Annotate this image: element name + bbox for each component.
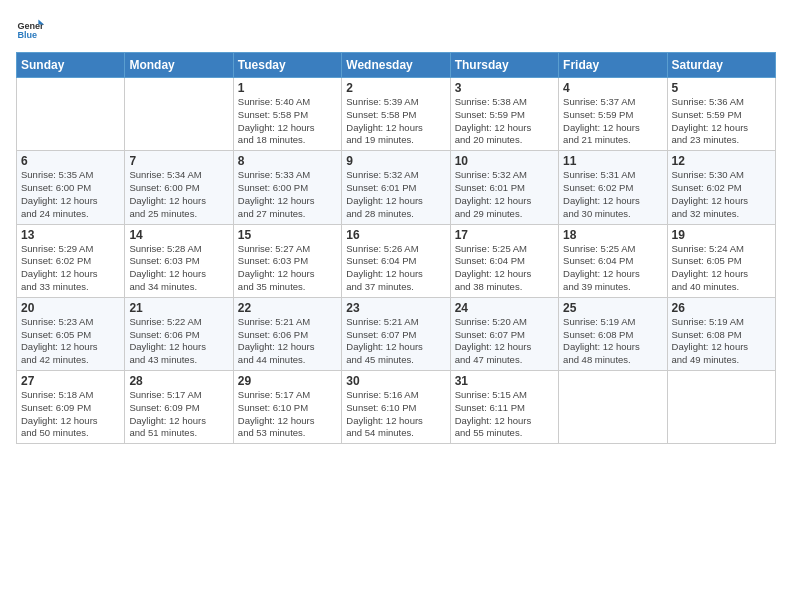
day-number: 11 [563,154,662,168]
day-info: Sunrise: 5:33 AM Sunset: 6:00 PM Dayligh… [238,169,337,220]
day-header-monday: Monday [125,53,233,78]
day-info: Sunrise: 5:23 AM Sunset: 6:05 PM Dayligh… [21,316,120,367]
calendar-cell: 10Sunrise: 5:32 AM Sunset: 6:01 PM Dayli… [450,151,558,224]
week-row-1: 1Sunrise: 5:40 AM Sunset: 5:58 PM Daylig… [17,78,776,151]
day-number: 24 [455,301,554,315]
day-number: 15 [238,228,337,242]
day-info: Sunrise: 5:18 AM Sunset: 6:09 PM Dayligh… [21,389,120,440]
calendar-cell: 19Sunrise: 5:24 AM Sunset: 6:05 PM Dayli… [667,224,775,297]
day-header-thursday: Thursday [450,53,558,78]
svg-text:Blue: Blue [17,30,37,40]
day-number: 27 [21,374,120,388]
day-number: 16 [346,228,445,242]
day-info: Sunrise: 5:21 AM Sunset: 6:07 PM Dayligh… [346,316,445,367]
day-number: 4 [563,81,662,95]
calendar-cell: 13Sunrise: 5:29 AM Sunset: 6:02 PM Dayli… [17,224,125,297]
calendar-cell: 29Sunrise: 5:17 AM Sunset: 6:10 PM Dayli… [233,371,341,444]
day-number: 25 [563,301,662,315]
calendar-cell: 9Sunrise: 5:32 AM Sunset: 6:01 PM Daylig… [342,151,450,224]
calendar-cell: 1Sunrise: 5:40 AM Sunset: 5:58 PM Daylig… [233,78,341,151]
calendar-cell: 31Sunrise: 5:15 AM Sunset: 6:11 PM Dayli… [450,371,558,444]
day-info: Sunrise: 5:20 AM Sunset: 6:07 PM Dayligh… [455,316,554,367]
calendar: SundayMondayTuesdayWednesdayThursdayFrid… [16,52,776,444]
day-info: Sunrise: 5:24 AM Sunset: 6:05 PM Dayligh… [672,243,771,294]
calendar-cell: 7Sunrise: 5:34 AM Sunset: 6:00 PM Daylig… [125,151,233,224]
day-info: Sunrise: 5:19 AM Sunset: 6:08 PM Dayligh… [563,316,662,367]
calendar-cell: 3Sunrise: 5:38 AM Sunset: 5:59 PM Daylig… [450,78,558,151]
day-info: Sunrise: 5:40 AM Sunset: 5:58 PM Dayligh… [238,96,337,147]
day-info: Sunrise: 5:28 AM Sunset: 6:03 PM Dayligh… [129,243,228,294]
day-info: Sunrise: 5:32 AM Sunset: 6:01 PM Dayligh… [346,169,445,220]
day-number: 17 [455,228,554,242]
day-info: Sunrise: 5:19 AM Sunset: 6:08 PM Dayligh… [672,316,771,367]
day-info: Sunrise: 5:36 AM Sunset: 5:59 PM Dayligh… [672,96,771,147]
day-number: 1 [238,81,337,95]
calendar-cell: 25Sunrise: 5:19 AM Sunset: 6:08 PM Dayli… [559,297,667,370]
week-row-4: 20Sunrise: 5:23 AM Sunset: 6:05 PM Dayli… [17,297,776,370]
day-info: Sunrise: 5:25 AM Sunset: 6:04 PM Dayligh… [563,243,662,294]
day-number: 26 [672,301,771,315]
day-number: 8 [238,154,337,168]
calendar-cell: 11Sunrise: 5:31 AM Sunset: 6:02 PM Dayli… [559,151,667,224]
day-info: Sunrise: 5:37 AM Sunset: 5:59 PM Dayligh… [563,96,662,147]
day-info: Sunrise: 5:25 AM Sunset: 6:04 PM Dayligh… [455,243,554,294]
day-number: 13 [21,228,120,242]
day-number: 5 [672,81,771,95]
day-info: Sunrise: 5:38 AM Sunset: 5:59 PM Dayligh… [455,96,554,147]
day-info: Sunrise: 5:35 AM Sunset: 6:00 PM Dayligh… [21,169,120,220]
day-number: 28 [129,374,228,388]
logo-icon: General Blue [16,16,44,44]
day-number: 9 [346,154,445,168]
calendar-cell: 4Sunrise: 5:37 AM Sunset: 5:59 PM Daylig… [559,78,667,151]
day-number: 12 [672,154,771,168]
calendar-cell: 15Sunrise: 5:27 AM Sunset: 6:03 PM Dayli… [233,224,341,297]
calendar-cell [559,371,667,444]
day-info: Sunrise: 5:15 AM Sunset: 6:11 PM Dayligh… [455,389,554,440]
day-number: 10 [455,154,554,168]
day-header-friday: Friday [559,53,667,78]
calendar-cell: 6Sunrise: 5:35 AM Sunset: 6:00 PM Daylig… [17,151,125,224]
calendar-cell: 8Sunrise: 5:33 AM Sunset: 6:00 PM Daylig… [233,151,341,224]
day-info: Sunrise: 5:31 AM Sunset: 6:02 PM Dayligh… [563,169,662,220]
week-row-3: 13Sunrise: 5:29 AM Sunset: 6:02 PM Dayli… [17,224,776,297]
day-number: 29 [238,374,337,388]
day-info: Sunrise: 5:30 AM Sunset: 6:02 PM Dayligh… [672,169,771,220]
day-number: 14 [129,228,228,242]
calendar-cell: 12Sunrise: 5:30 AM Sunset: 6:02 PM Dayli… [667,151,775,224]
day-number: 3 [455,81,554,95]
calendar-cell: 27Sunrise: 5:18 AM Sunset: 6:09 PM Dayli… [17,371,125,444]
day-header-tuesday: Tuesday [233,53,341,78]
day-info: Sunrise: 5:29 AM Sunset: 6:02 PM Dayligh… [21,243,120,294]
day-number: 19 [672,228,771,242]
page-header: General Blue [16,16,776,44]
calendar-cell: 16Sunrise: 5:26 AM Sunset: 6:04 PM Dayli… [342,224,450,297]
calendar-cell: 20Sunrise: 5:23 AM Sunset: 6:05 PM Dayli… [17,297,125,370]
day-info: Sunrise: 5:21 AM Sunset: 6:06 PM Dayligh… [238,316,337,367]
logo: General Blue [16,16,44,44]
calendar-cell: 14Sunrise: 5:28 AM Sunset: 6:03 PM Dayli… [125,224,233,297]
day-header-wednesday: Wednesday [342,53,450,78]
day-info: Sunrise: 5:34 AM Sunset: 6:00 PM Dayligh… [129,169,228,220]
day-info: Sunrise: 5:39 AM Sunset: 5:58 PM Dayligh… [346,96,445,147]
day-number: 7 [129,154,228,168]
day-info: Sunrise: 5:22 AM Sunset: 6:06 PM Dayligh… [129,316,228,367]
day-number: 18 [563,228,662,242]
calendar-cell: 28Sunrise: 5:17 AM Sunset: 6:09 PM Dayli… [125,371,233,444]
day-info: Sunrise: 5:32 AM Sunset: 6:01 PM Dayligh… [455,169,554,220]
day-number: 22 [238,301,337,315]
calendar-cell: 24Sunrise: 5:20 AM Sunset: 6:07 PM Dayli… [450,297,558,370]
week-row-5: 27Sunrise: 5:18 AM Sunset: 6:09 PM Dayli… [17,371,776,444]
calendar-cell [667,371,775,444]
calendar-cell: 22Sunrise: 5:21 AM Sunset: 6:06 PM Dayli… [233,297,341,370]
calendar-cell: 26Sunrise: 5:19 AM Sunset: 6:08 PM Dayli… [667,297,775,370]
calendar-cell [125,78,233,151]
calendar-cell: 5Sunrise: 5:36 AM Sunset: 5:59 PM Daylig… [667,78,775,151]
day-number: 23 [346,301,445,315]
day-info: Sunrise: 5:16 AM Sunset: 6:10 PM Dayligh… [346,389,445,440]
day-info: Sunrise: 5:26 AM Sunset: 6:04 PM Dayligh… [346,243,445,294]
day-number: 6 [21,154,120,168]
day-number: 20 [21,301,120,315]
calendar-cell: 17Sunrise: 5:25 AM Sunset: 6:04 PM Dayli… [450,224,558,297]
day-info: Sunrise: 5:27 AM Sunset: 6:03 PM Dayligh… [238,243,337,294]
day-number: 31 [455,374,554,388]
